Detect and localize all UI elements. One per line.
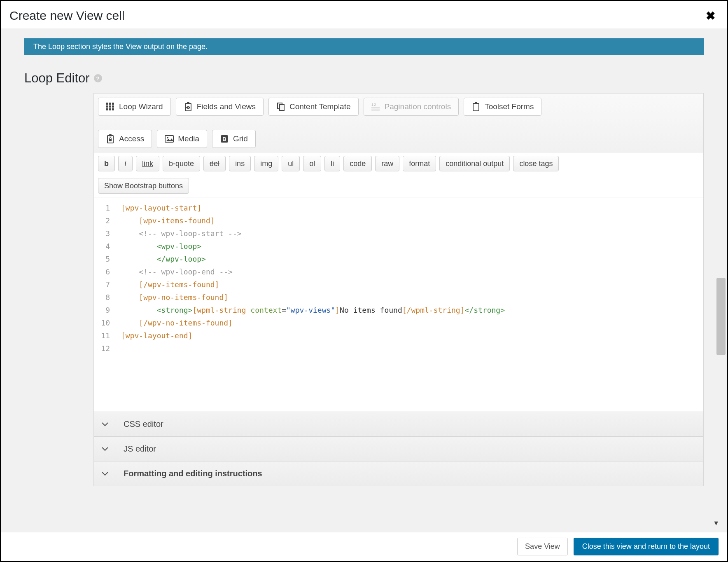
section-heading: Loop Editor ?	[24, 71, 704, 86]
line-number: 10	[94, 316, 112, 329]
fmt-b-quote-button[interactable]: b-quote	[163, 156, 200, 171]
help-icon[interactable]: ?	[94, 74, 102, 82]
button-label: Media	[178, 134, 199, 143]
fmt-del-button[interactable]: del	[203, 156, 226, 171]
svg-rect-23	[109, 139, 112, 141]
svg-point-25	[167, 137, 168, 138]
modal-body: The Loop section styles the View output …	[1, 28, 727, 532]
button-label: Grid	[233, 134, 248, 143]
fmt-close-tags-button[interactable]: close tags	[513, 156, 559, 171]
accordion-label: CSS editor	[116, 419, 163, 429]
line-number: 9	[94, 304, 112, 316]
line-number: 12	[94, 342, 112, 355]
show-bootstrap-button[interactable]: Show Bootstrap buttons	[98, 178, 189, 194]
svg-rect-17	[371, 108, 380, 108]
svg-rect-1	[106, 105, 108, 108]
svg-rect-6	[112, 103, 114, 105]
accordion-js-editor[interactable]: JS editor	[94, 436, 703, 461]
grid-icon	[106, 102, 115, 111]
close-icon[interactable]: ✖	[702, 9, 719, 23]
svg-rect-19	[473, 103, 479, 111]
fmt-link-button[interactable]: link	[136, 156, 159, 171]
button-label: Loop Wizard	[119, 102, 163, 111]
fmt-i-button[interactable]: i	[118, 156, 133, 171]
save-view-button[interactable]: Save View	[517, 538, 568, 555]
media-button[interactable]: Media	[157, 130, 207, 148]
fmt-code-button[interactable]: code	[343, 156, 372, 171]
modal-footer: Save View Close this view and return to …	[1, 532, 727, 561]
svg-rect-14	[280, 105, 284, 110]
line-number: 11	[94, 329, 112, 342]
fields-views-button[interactable]: Fields and Views	[176, 98, 264, 116]
svg-rect-20	[475, 102, 477, 104]
fmt-format-button[interactable]: format	[403, 156, 436, 171]
line-number: 6	[94, 265, 112, 278]
accordion-label: Formatting and editing instructions	[116, 469, 262, 478]
doc-copy-icon	[276, 102, 285, 111]
info-bar: The Loop section styles the View output …	[24, 38, 704, 55]
chevron-down-icon	[94, 412, 116, 436]
svg-rect-3	[109, 103, 111, 105]
toolset-forms-button[interactable]: Toolset Forms	[464, 98, 541, 116]
line-number: 1	[94, 201, 112, 214]
svg-rect-4	[109, 105, 111, 108]
fmt-ol-button[interactable]: ol	[303, 156, 321, 171]
svg-rect-22	[109, 134, 112, 136]
modal-viewport: Create new View cell ✖ ▲ The Loop sectio…	[0, 0, 728, 562]
clipboard-icon	[471, 102, 481, 111]
clipboard-lock-icon	[106, 134, 115, 143]
accordion-formatting[interactable]: Formatting and editing instructions	[94, 461, 703, 486]
svg-rect-8	[112, 108, 114, 110]
svg-rect-7	[112, 105, 114, 108]
fmt-ul-button[interactable]: ul	[282, 156, 300, 171]
numlist-icon: 12	[371, 102, 380, 111]
line-number: 2	[94, 214, 112, 227]
scroll-down-icon[interactable]: ▼	[713, 520, 719, 527]
svg-rect-5	[109, 108, 111, 110]
grid-button[interactable]: BGrid	[212, 130, 256, 148]
line-number: 3	[94, 227, 112, 240]
svg-point-12	[187, 107, 188, 108]
line-number: 4	[94, 240, 112, 253]
clipboard-eye-icon	[184, 102, 193, 111]
accordion-css-editor[interactable]: CSS editor	[94, 412, 703, 436]
toolbar: Loop WizardFields and ViewsContent Templ…	[94, 94, 703, 152]
editor-panel: Loop WizardFields and ViewsContent Templ…	[93, 93, 704, 486]
button-label: Toolset Forms	[485, 102, 534, 111]
svg-text:1: 1	[371, 103, 373, 107]
button-label: Access	[119, 134, 144, 143]
fmt-conditional-output-button[interactable]: conditional output	[439, 156, 510, 171]
svg-rect-0	[106, 103, 108, 105]
button-label: Fields and Views	[197, 102, 256, 111]
fmt-raw-button[interactable]: raw	[375, 156, 399, 171]
loop-wizard-button[interactable]: Loop Wizard	[98, 98, 171, 116]
fmt-img-button[interactable]: img	[254, 156, 278, 171]
button-label: Pagination controls	[385, 102, 451, 111]
code-content[interactable]: [wpv-layout-start] [wpv-items-found] <!-…	[116, 197, 703, 412]
pagination-controls-button: 12Pagination controls	[364, 98, 459, 116]
svg-rect-18	[371, 110, 380, 110]
chevron-down-icon	[94, 461, 116, 486]
fmt-li-button[interactable]: li	[324, 156, 340, 171]
button-label: Content Template	[289, 102, 351, 111]
b-box-icon: B	[220, 134, 229, 143]
line-number: 7	[94, 278, 112, 291]
code-gutter: 123456789101112	[94, 197, 116, 412]
modal-header: Create new View cell ✖	[1, 1, 727, 30]
code-editor[interactable]: 123456789101112 [wpv-layout-start] [wpv-…	[94, 197, 703, 412]
section-heading-text: Loop Editor	[24, 71, 90, 86]
svg-rect-2	[106, 108, 108, 110]
image-icon	[165, 134, 174, 143]
modal-title: Create new View cell	[9, 9, 125, 23]
close-view-button[interactable]: Close this view and return to the layout	[574, 538, 719, 555]
scrollbar-thumb[interactable]	[716, 278, 726, 355]
chevron-down-icon	[94, 437, 116, 461]
accordion-label: JS editor	[116, 444, 156, 454]
content-template-button[interactable]: Content Template	[268, 98, 359, 116]
line-number: 8	[94, 291, 112, 304]
fmt-ins-button[interactable]: ins	[229, 156, 251, 171]
fmt-b-button[interactable]: b	[98, 156, 115, 171]
format-bar: bilinkb-quotedelinsimgulollicoderawforma…	[94, 152, 703, 197]
line-number: 5	[94, 253, 112, 265]
access-button[interactable]: Access	[98, 130, 152, 148]
